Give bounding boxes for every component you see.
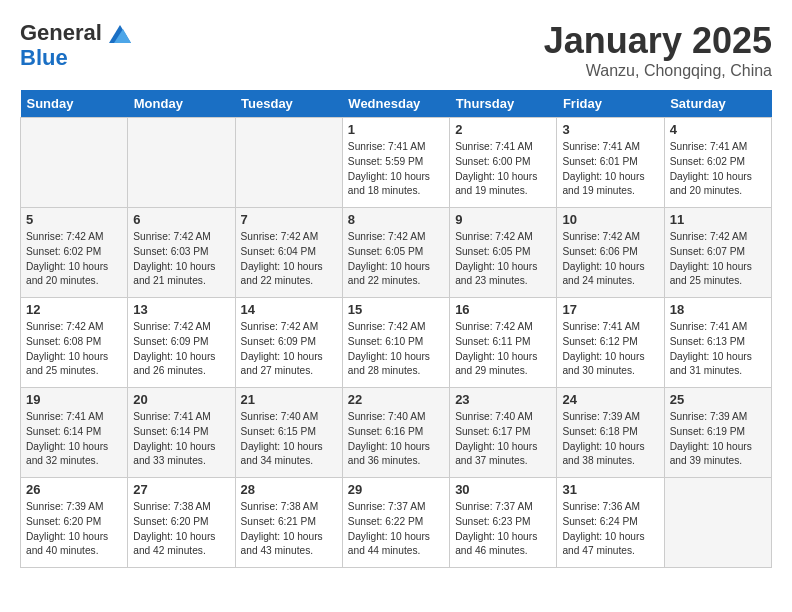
logo: General Blue xyxy=(20,20,131,71)
calendar-cell: 24Sunrise: 7:39 AM Sunset: 6:18 PM Dayli… xyxy=(557,388,664,478)
calendar-cell: 3Sunrise: 7:41 AM Sunset: 6:01 PM Daylig… xyxy=(557,118,664,208)
day-info: Sunrise: 7:41 AM Sunset: 6:14 PM Dayligh… xyxy=(133,410,229,469)
day-number: 16 xyxy=(455,302,551,317)
day-number: 8 xyxy=(348,212,444,227)
day-number: 12 xyxy=(26,302,122,317)
day-info: Sunrise: 7:41 AM Sunset: 5:59 PM Dayligh… xyxy=(348,140,444,199)
calendar-cell: 20Sunrise: 7:41 AM Sunset: 6:14 PM Dayli… xyxy=(128,388,235,478)
day-info: Sunrise: 7:41 AM Sunset: 6:13 PM Dayligh… xyxy=(670,320,766,379)
day-number: 31 xyxy=(562,482,658,497)
day-info: Sunrise: 7:42 AM Sunset: 6:07 PM Dayligh… xyxy=(670,230,766,289)
day-number: 26 xyxy=(26,482,122,497)
weekday-header: Thursday xyxy=(450,90,557,118)
day-info: Sunrise: 7:42 AM Sunset: 6:08 PM Dayligh… xyxy=(26,320,122,379)
calendar-cell: 10Sunrise: 7:42 AM Sunset: 6:06 PM Dayli… xyxy=(557,208,664,298)
day-number: 17 xyxy=(562,302,658,317)
calendar-cell: 12Sunrise: 7:42 AM Sunset: 6:08 PM Dayli… xyxy=(21,298,128,388)
day-number: 23 xyxy=(455,392,551,407)
logo-text: General xyxy=(20,20,131,46)
day-info: Sunrise: 7:42 AM Sunset: 6:04 PM Dayligh… xyxy=(241,230,337,289)
day-info: Sunrise: 7:42 AM Sunset: 6:09 PM Dayligh… xyxy=(133,320,229,379)
day-info: Sunrise: 7:41 AM Sunset: 6:00 PM Dayligh… xyxy=(455,140,551,199)
day-number: 24 xyxy=(562,392,658,407)
day-number: 29 xyxy=(348,482,444,497)
day-info: Sunrise: 7:42 AM Sunset: 6:03 PM Dayligh… xyxy=(133,230,229,289)
day-number: 3 xyxy=(562,122,658,137)
calendar-cell: 25Sunrise: 7:39 AM Sunset: 6:19 PM Dayli… xyxy=(664,388,771,478)
calendar-cell: 30Sunrise: 7:37 AM Sunset: 6:23 PM Dayli… xyxy=(450,478,557,568)
calendar-cell: 2Sunrise: 7:41 AM Sunset: 6:00 PM Daylig… xyxy=(450,118,557,208)
weekday-header: Saturday xyxy=(664,90,771,118)
day-info: Sunrise: 7:40 AM Sunset: 6:17 PM Dayligh… xyxy=(455,410,551,469)
day-info: Sunrise: 7:38 AM Sunset: 6:20 PM Dayligh… xyxy=(133,500,229,559)
calendar-cell xyxy=(21,118,128,208)
day-info: Sunrise: 7:36 AM Sunset: 6:24 PM Dayligh… xyxy=(562,500,658,559)
day-info: Sunrise: 7:39 AM Sunset: 6:19 PM Dayligh… xyxy=(670,410,766,469)
logo-icon xyxy=(109,25,131,43)
calendar-cell: 11Sunrise: 7:42 AM Sunset: 6:07 PM Dayli… xyxy=(664,208,771,298)
day-info: Sunrise: 7:42 AM Sunset: 6:02 PM Dayligh… xyxy=(26,230,122,289)
weekday-header: Sunday xyxy=(21,90,128,118)
day-number: 20 xyxy=(133,392,229,407)
day-number: 6 xyxy=(133,212,229,227)
day-number: 25 xyxy=(670,392,766,407)
day-info: Sunrise: 7:42 AM Sunset: 6:11 PM Dayligh… xyxy=(455,320,551,379)
day-number: 15 xyxy=(348,302,444,317)
location: Wanzu, Chongqing, China xyxy=(544,62,772,80)
day-number: 18 xyxy=(670,302,766,317)
day-number: 22 xyxy=(348,392,444,407)
calendar-week-row: 19Sunrise: 7:41 AM Sunset: 6:14 PM Dayli… xyxy=(21,388,772,478)
calendar-cell: 13Sunrise: 7:42 AM Sunset: 6:09 PM Dayli… xyxy=(128,298,235,388)
day-info: Sunrise: 7:41 AM Sunset: 6:01 PM Dayligh… xyxy=(562,140,658,199)
calendar-cell: 8Sunrise: 7:42 AM Sunset: 6:05 PM Daylig… xyxy=(342,208,449,298)
calendar-cell: 18Sunrise: 7:41 AM Sunset: 6:13 PM Dayli… xyxy=(664,298,771,388)
calendar-cell: 9Sunrise: 7:42 AM Sunset: 6:05 PM Daylig… xyxy=(450,208,557,298)
calendar-cell: 17Sunrise: 7:41 AM Sunset: 6:12 PM Dayli… xyxy=(557,298,664,388)
day-info: Sunrise: 7:39 AM Sunset: 6:18 PM Dayligh… xyxy=(562,410,658,469)
day-number: 19 xyxy=(26,392,122,407)
logo-blue-text: Blue xyxy=(20,46,131,70)
weekday-header: Tuesday xyxy=(235,90,342,118)
calendar-cell: 19Sunrise: 7:41 AM Sunset: 6:14 PM Dayli… xyxy=(21,388,128,478)
day-number: 28 xyxy=(241,482,337,497)
calendar-cell: 21Sunrise: 7:40 AM Sunset: 6:15 PM Dayli… xyxy=(235,388,342,478)
month-title: January 2025 xyxy=(544,20,772,62)
calendar-week-row: 5Sunrise: 7:42 AM Sunset: 6:02 PM Daylig… xyxy=(21,208,772,298)
calendar-cell xyxy=(128,118,235,208)
calendar-table: SundayMondayTuesdayWednesdayThursdayFrid… xyxy=(20,90,772,568)
day-number: 10 xyxy=(562,212,658,227)
day-info: Sunrise: 7:39 AM Sunset: 6:20 PM Dayligh… xyxy=(26,500,122,559)
calendar-cell: 28Sunrise: 7:38 AM Sunset: 6:21 PM Dayli… xyxy=(235,478,342,568)
day-info: Sunrise: 7:37 AM Sunset: 6:22 PM Dayligh… xyxy=(348,500,444,559)
day-number: 5 xyxy=(26,212,122,227)
calendar-cell: 15Sunrise: 7:42 AM Sunset: 6:10 PM Dayli… xyxy=(342,298,449,388)
calendar-cell xyxy=(664,478,771,568)
calendar-cell: 16Sunrise: 7:42 AM Sunset: 6:11 PM Dayli… xyxy=(450,298,557,388)
day-info: Sunrise: 7:38 AM Sunset: 6:21 PM Dayligh… xyxy=(241,500,337,559)
day-number: 30 xyxy=(455,482,551,497)
calendar-week-row: 26Sunrise: 7:39 AM Sunset: 6:20 PM Dayli… xyxy=(21,478,772,568)
calendar-week-row: 1Sunrise: 7:41 AM Sunset: 5:59 PM Daylig… xyxy=(21,118,772,208)
day-number: 2 xyxy=(455,122,551,137)
day-info: Sunrise: 7:41 AM Sunset: 6:02 PM Dayligh… xyxy=(670,140,766,199)
weekday-header: Wednesday xyxy=(342,90,449,118)
calendar-cell: 14Sunrise: 7:42 AM Sunset: 6:09 PM Dayli… xyxy=(235,298,342,388)
title-block: January 2025 Wanzu, Chongqing, China xyxy=(544,20,772,80)
day-number: 7 xyxy=(241,212,337,227)
day-info: Sunrise: 7:37 AM Sunset: 6:23 PM Dayligh… xyxy=(455,500,551,559)
weekday-header: Monday xyxy=(128,90,235,118)
calendar-cell: 4Sunrise: 7:41 AM Sunset: 6:02 PM Daylig… xyxy=(664,118,771,208)
day-number: 27 xyxy=(133,482,229,497)
calendar-week-row: 12Sunrise: 7:42 AM Sunset: 6:08 PM Dayli… xyxy=(21,298,772,388)
weekday-header: Friday xyxy=(557,90,664,118)
calendar-cell: 22Sunrise: 7:40 AM Sunset: 6:16 PM Dayli… xyxy=(342,388,449,478)
calendar-cell: 6Sunrise: 7:42 AM Sunset: 6:03 PM Daylig… xyxy=(128,208,235,298)
day-info: Sunrise: 7:41 AM Sunset: 6:12 PM Dayligh… xyxy=(562,320,658,379)
calendar-cell: 7Sunrise: 7:42 AM Sunset: 6:04 PM Daylig… xyxy=(235,208,342,298)
calendar-cell xyxy=(235,118,342,208)
day-info: Sunrise: 7:40 AM Sunset: 6:16 PM Dayligh… xyxy=(348,410,444,469)
calendar-cell: 27Sunrise: 7:38 AM Sunset: 6:20 PM Dayli… xyxy=(128,478,235,568)
weekday-header-row: SundayMondayTuesdayWednesdayThursdayFrid… xyxy=(21,90,772,118)
day-info: Sunrise: 7:42 AM Sunset: 6:09 PM Dayligh… xyxy=(241,320,337,379)
day-info: Sunrise: 7:42 AM Sunset: 6:05 PM Dayligh… xyxy=(455,230,551,289)
